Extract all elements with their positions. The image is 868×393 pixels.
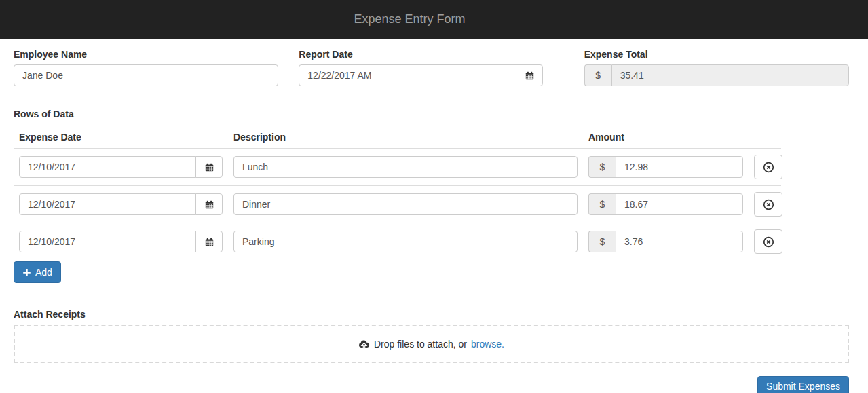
expense-date-group [19, 231, 223, 252]
amount-group: $ [588, 156, 743, 178]
description-input[interactable] [233, 193, 578, 215]
expense-date-input[interactable] [19, 156, 196, 178]
expense-form: Employee Name Report Date [0, 39, 868, 393]
actions-cell [749, 223, 781, 261]
expense-table-header: Expense Date Description Amount [14, 124, 781, 149]
currency-addon: $ [588, 156, 616, 178]
description-cell [228, 223, 583, 261]
expense-total-input [611, 64, 849, 86]
calendar-icon [205, 163, 214, 172]
description-input[interactable] [233, 231, 578, 252]
attach-receipts-heading: Attach Receipts [14, 309, 849, 320]
amount-input[interactable] [616, 193, 743, 215]
employee-name-label: Employee Name [14, 49, 278, 60]
file-dropzone[interactable]: Drop files to attach, or browse. [14, 325, 849, 363]
amount-input[interactable] [616, 231, 743, 252]
calendar-icon [205, 238, 214, 246]
actions-cell [749, 149, 781, 186]
amount-cell: $ [583, 149, 749, 186]
expense-row: $ [14, 223, 781, 261]
expense-total-label: Expense Total [584, 49, 849, 60]
expense-date-cell [14, 186, 228, 223]
remove-circle-icon [763, 199, 774, 210]
amount-cell: $ [583, 186, 749, 223]
description-cell [228, 149, 583, 186]
expense-date-group [19, 156, 223, 178]
plus-icon [22, 268, 31, 277]
amount-input[interactable] [616, 156, 743, 178]
remove-circle-icon [763, 162, 774, 173]
footer-actions: Submit Expenses [14, 376, 849, 393]
add-button-label: Add [35, 267, 52, 278]
currency-addon: $ [588, 193, 616, 215]
expense-row: $ [14, 149, 781, 186]
page-title: Expense Entry Form [0, 12, 868, 26]
expense-date-column-header: Expense Date [14, 124, 228, 149]
employee-name-field: Employee Name [14, 45, 278, 86]
report-date-input[interactable] [299, 64, 516, 86]
report-date-field: Report Date [299, 45, 563, 86]
calendar-icon [525, 71, 534, 80]
dropzone-text: Drop files to attach, or [374, 339, 467, 350]
submit-expenses-button[interactable]: Submit Expenses [757, 376, 849, 393]
description-column-header: Description [228, 124, 583, 149]
expense-date-cell [14, 223, 228, 261]
expense-date-group [19, 193, 223, 215]
expense-table: Expense Date Description Amount [14, 124, 781, 260]
expense-rows-body: $ [14, 149, 781, 261]
amount-group: $ [588, 193, 743, 215]
employee-name-input[interactable] [14, 64, 278, 86]
currency-addon: $ [584, 64, 611, 86]
expense-total-group: $ [584, 64, 849, 86]
rows-of-data-legend: Rows of Data [14, 109, 743, 124]
add-row-button[interactable]: Add [14, 261, 61, 283]
remove-row-button[interactable] [754, 155, 782, 179]
expense-total-field: Expense Total $ [584, 45, 849, 86]
report-date-calendar-button[interactable] [516, 64, 543, 86]
amount-group: $ [588, 231, 743, 252]
expense-row: $ [14, 186, 781, 223]
actions-column-header [749, 124, 781, 149]
expense-date-input[interactable] [19, 231, 196, 252]
upload-icon [358, 339, 370, 350]
amount-cell: $ [583, 223, 749, 261]
app-header: Expense Entry Form [0, 0, 868, 39]
expense-date-input[interactable] [19, 193, 196, 215]
description-input[interactable] [233, 156, 578, 178]
amount-column-header: Amount [583, 124, 749, 149]
actions-cell [749, 186, 781, 223]
description-cell [228, 186, 583, 223]
calendar-icon [205, 200, 214, 209]
report-date-group [299, 64, 543, 86]
browse-link[interactable]: browse. [471, 339, 504, 350]
currency-addon: $ [588, 231, 616, 252]
expense-date-calendar-button[interactable] [195, 231, 223, 252]
remove-row-button[interactable] [754, 192, 782, 217]
expense-date-calendar-button[interactable] [195, 156, 223, 178]
remove-row-button[interactable] [754, 229, 782, 254]
expense-date-calendar-button[interactable] [195, 193, 223, 215]
remove-circle-icon [763, 236, 774, 248]
top-fields-row: Employee Name Report Date [14, 45, 849, 86]
expense-date-cell [14, 149, 228, 186]
report-date-label: Report Date [299, 49, 563, 60]
